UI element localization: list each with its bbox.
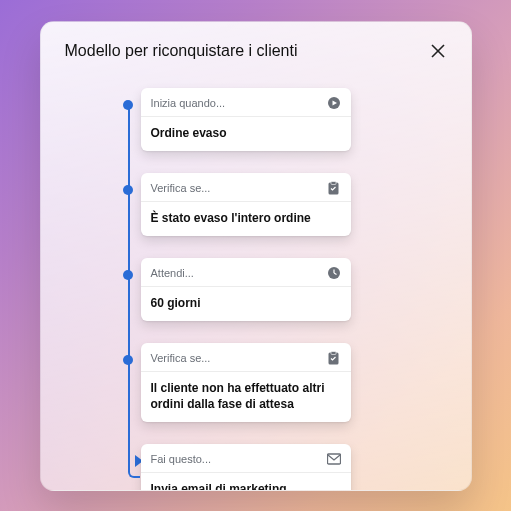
card-header: Verifica se...	[141, 343, 351, 372]
mail-icon	[327, 452, 341, 466]
workflow-step: Inizia quando... Ordine evaso	[141, 88, 447, 151]
card-type-label: Attendi...	[151, 267, 194, 279]
card-content: Il cliente non ha effettuato altri ordin…	[141, 372, 351, 422]
close-button[interactable]	[429, 42, 447, 60]
condition-card[interactable]: Verifica se... Il cliente non ha effettu…	[141, 343, 351, 422]
card-content: Ordine evaso	[141, 117, 351, 151]
workflow-step: Verifica se... Il cliente non ha effettu…	[141, 343, 447, 422]
card-type-label: Verifica se...	[151, 352, 211, 364]
card-content: 60 giorni	[141, 287, 351, 321]
card-header: Attendi...	[141, 258, 351, 287]
svg-rect-5	[331, 181, 336, 184]
clipboard-icon	[327, 351, 341, 365]
wait-card[interactable]: Attendi... 60 giorni	[141, 258, 351, 321]
card-type-label: Verifica se...	[151, 182, 211, 194]
flow-rail-elbow	[128, 466, 140, 478]
workflow-modal: Modello per riconquistare i clienti Iniz…	[40, 21, 472, 491]
trigger-card[interactable]: Inizia quando... Ordine evaso	[141, 88, 351, 151]
modal-header: Modello per riconquistare i clienti	[65, 42, 447, 60]
workflow-flow: Inizia quando... Ordine evaso Verifica s…	[141, 88, 447, 491]
card-header: Verifica se...	[141, 173, 351, 202]
modal-title: Modello per riconquistare i clienti	[65, 42, 298, 60]
svg-rect-10	[331, 352, 336, 355]
card-header: Inizia quando...	[141, 88, 351, 117]
close-icon	[431, 44, 445, 58]
card-header: Fai questo...	[141, 444, 351, 473]
condition-card[interactable]: Verifica se... È stato evaso l'intero or…	[141, 173, 351, 236]
action-card[interactable]: Fai questo... Invia email di marketing	[141, 444, 351, 490]
workflow-step: Verifica se... È stato evaso l'intero or…	[141, 173, 447, 236]
card-content: È stato evaso l'intero ordine	[141, 202, 351, 236]
flow-rail	[128, 104, 130, 472]
card-content: Invia email di marketing	[141, 473, 351, 490]
connector-dot	[123, 100, 133, 110]
workflow-step: Attendi... 60 giorni	[141, 258, 447, 321]
workflow-step: Fai questo... Invia email di marketing	[141, 444, 447, 490]
card-type-label: Fai questo...	[151, 453, 212, 465]
clipboard-icon	[327, 181, 341, 195]
connector-dot	[123, 270, 133, 280]
clock-icon	[327, 266, 341, 280]
connector-dot	[123, 185, 133, 195]
connector-dot	[123, 355, 133, 365]
card-type-label: Inizia quando...	[151, 97, 226, 109]
play-icon	[327, 96, 341, 110]
